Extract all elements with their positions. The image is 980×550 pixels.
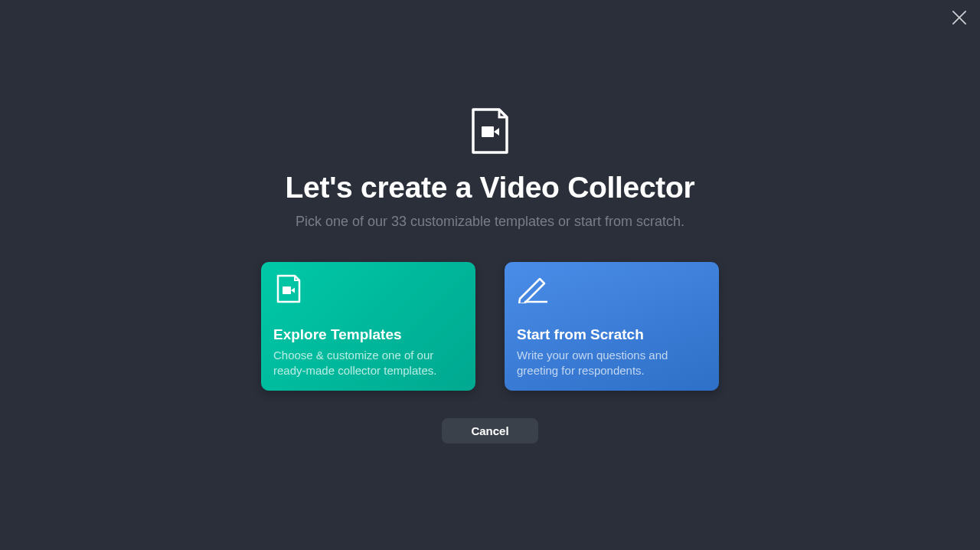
explore-templates-card[interactable]: Explore Templates Choose & customize one… (261, 262, 475, 391)
page-subtitle: Pick one of our 33 customizable template… (296, 214, 684, 230)
svg-rect-1 (283, 286, 291, 294)
video-document-icon (466, 106, 514, 156)
page-title: Let's create a Video Collector (286, 171, 695, 205)
templates-card-title: Explore Templates (273, 326, 463, 343)
template-document-icon (273, 274, 307, 303)
start-from-scratch-card[interactable]: Start from Scratch Write your own questi… (505, 262, 719, 391)
templates-card-description: Choose & customize one of our ready-made… (273, 348, 463, 379)
close-button[interactable] (949, 9, 969, 29)
modal-content: Let's create a Video Collector Pick one … (261, 106, 719, 444)
cancel-button[interactable]: Cancel (442, 418, 537, 444)
pencil-edit-icon (517, 274, 550, 303)
option-cards: Explore Templates Choose & customize one… (261, 262, 719, 391)
scratch-card-description: Write your own questions and greeting fo… (517, 348, 707, 379)
svg-rect-0 (482, 126, 494, 137)
scratch-card-title: Start from Scratch (517, 326, 707, 343)
close-icon (949, 8, 969, 31)
